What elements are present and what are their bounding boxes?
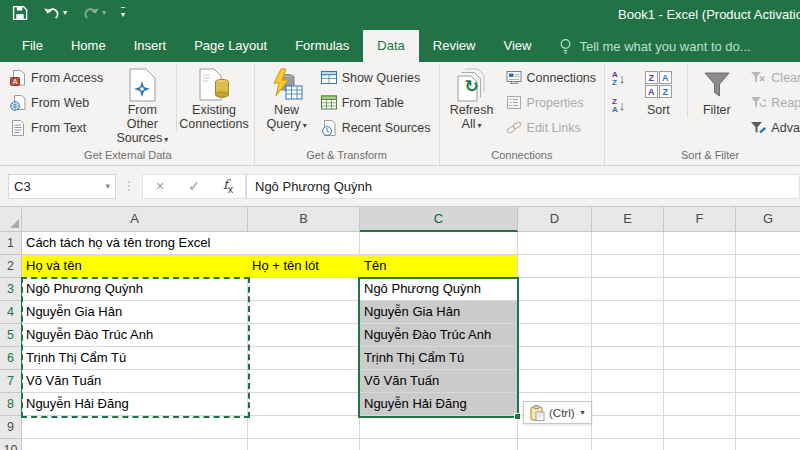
name-box-dropdown-icon[interactable]: ▾ [105,181,110,191]
cell-B1[interactable] [248,232,360,255]
cell-C7[interactable]: Võ Văn Tuấn [360,370,518,393]
row-header-7[interactable]: 7 [0,370,22,393]
from-table-button[interactable]: From Table [316,90,436,115]
row-header-4[interactable]: 4 [0,301,22,324]
cell-C3[interactable]: Ngô Phương Quỳnh [360,278,518,301]
cell-D7[interactable] [518,370,592,393]
cell-G7[interactable] [736,370,800,393]
cell-E8[interactable] [592,393,664,416]
cell-E6[interactable] [592,347,664,370]
row-header-8[interactable]: 8 [0,393,22,416]
column-header-E[interactable]: E [592,207,664,232]
cell-C4[interactable]: Nguyễn Gia Hân [360,301,518,324]
cell-E5[interactable] [592,324,664,347]
cell-D10[interactable] [518,439,592,450]
cell-B5[interactable] [248,324,360,347]
tab-view[interactable]: View [489,30,545,62]
save-button[interactable] [12,5,28,21]
filter-button[interactable]: Filter [687,64,745,117]
new-query-button[interactable]: New Query▾ [258,64,316,133]
clear-filter-button[interactable]: Clear [745,65,800,90]
cell-G3[interactable] [736,278,800,301]
formula-bar-splitter[interactable]: ⋮ [123,179,135,193]
row-header-9[interactable]: 9 [0,416,22,439]
cell-A8[interactable]: Nguyễn Hải Đăng [22,393,248,416]
cell-G4[interactable] [736,301,800,324]
cell-G9[interactable] [736,416,800,439]
refresh-all-button[interactable]: ↻ Refresh All▾ [443,64,501,133]
select-all-corner[interactable] [0,207,22,232]
cell-F6[interactable] [664,347,736,370]
column-header-B[interactable]: B [248,207,360,232]
tab-file[interactable]: File [8,30,57,62]
cell-G1[interactable] [736,232,800,255]
column-header-F[interactable]: F [664,207,736,232]
tab-data[interactable]: Data [363,30,418,62]
redo-dropdown-icon[interactable]: ▾ [102,9,106,17]
cell-A10[interactable] [22,439,248,450]
cell-C1[interactable] [360,232,518,255]
sort-ascending-button[interactable]: AZ ↓ [608,65,629,92]
row-header-6[interactable]: 6 [0,347,22,370]
sort-button[interactable]: ZAAZ Sort [629,64,687,117]
cell-A9[interactable] [22,416,248,439]
cell-D6[interactable] [518,347,592,370]
cell-E4[interactable] [592,301,664,324]
cell-E3[interactable] [592,278,664,301]
cell-B8[interactable] [248,393,360,416]
cell-C2[interactable]: Tên [360,255,518,278]
recent-sources-button[interactable]: Recent Sources [316,115,436,140]
undo-dropdown-icon[interactable]: ▾ [63,9,67,17]
paste-options-button[interactable]: (Ctrl) ▾ [523,401,592,424]
tab-insert[interactable]: Insert [120,30,181,62]
cell-A3[interactable]: Ngô Phương Quỳnh [22,278,248,301]
tab-home[interactable]: Home [57,30,120,62]
cell-B2[interactable]: Họ + tên lót [248,255,360,278]
cell-G10[interactable] [736,439,800,450]
cell-B6[interactable] [248,347,360,370]
enter-icon[interactable]: ✓ [177,178,211,194]
row-header-5[interactable]: 5 [0,324,22,347]
cell-C8[interactable]: Nguyễn Hải Đăng [360,393,518,416]
reapply-filter-button[interactable]: Reapply [745,90,800,115]
cell-F10[interactable] [664,439,736,450]
cell-F4[interactable] [664,301,736,324]
cell-D4[interactable] [518,301,592,324]
cell-B3[interactable] [248,278,360,301]
cell-A1[interactable]: Cách tách họ và tên trong Excel [22,232,248,255]
cell-B4[interactable] [248,301,360,324]
cancel-icon[interactable]: × [143,178,177,194]
cell-F9[interactable] [664,416,736,439]
cell-B10[interactable] [248,439,360,450]
cell-G6[interactable] [736,347,800,370]
cell-A7[interactable]: Võ Văn Tuấn [22,370,248,393]
cell-G2[interactable] [736,255,800,278]
column-header-A[interactable]: A [22,207,248,232]
insert-function-icon[interactable]: fx [211,177,245,195]
cell-E9[interactable] [592,416,664,439]
cell-D1[interactable] [518,232,592,255]
cell-G5[interactable] [736,324,800,347]
cell-E10[interactable] [592,439,664,450]
cell-C10[interactable] [360,439,518,450]
paste-options-caret-icon[interactable]: ▾ [581,408,585,417]
from-web-button[interactable]: From Web [5,90,108,115]
cell-A5[interactable]: Nguyễn Đào Trúc Anh [22,324,248,347]
customize-qat-button[interactable]: ▾ [121,7,125,19]
column-header-C[interactable]: C [360,207,518,232]
properties-button[interactable]: Properties [501,90,602,115]
from-other-sources-button[interactable]: From Other Sources▾ [108,64,176,147]
cell-F3[interactable] [664,278,736,301]
cell-D5[interactable] [518,324,592,347]
name-box[interactable]: C3 ▾ [8,174,116,199]
cell-E1[interactable] [592,232,664,255]
cell-B7[interactable] [248,370,360,393]
tab-review[interactable]: Review [419,30,490,62]
cell-C9[interactable] [360,416,518,439]
cell-F8[interactable] [664,393,736,416]
column-header-G[interactable]: G [736,207,800,232]
cell-A2[interactable]: Họ và tên [22,255,248,278]
row-header-1[interactable]: 1 [0,232,22,255]
undo-button[interactable]: ▾ [43,6,67,20]
edit-links-button[interactable]: Edit Links [501,115,602,140]
